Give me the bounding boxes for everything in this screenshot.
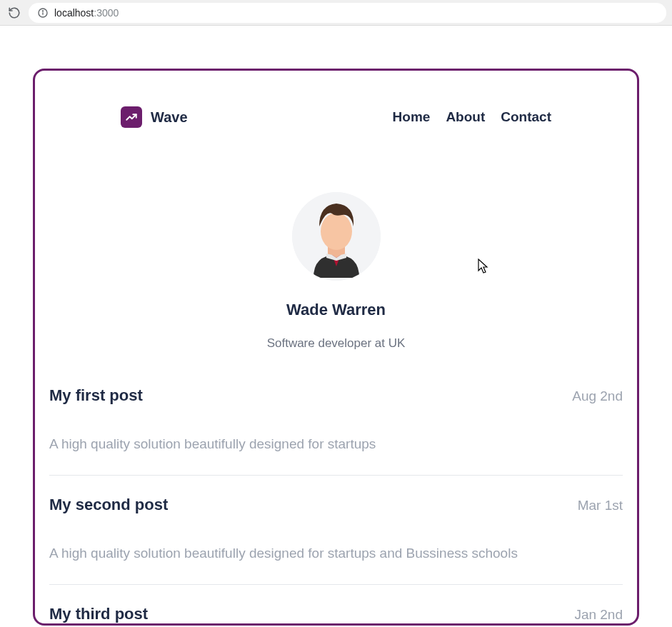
main-card: Wave Home About Contact Wade: [33, 69, 639, 626]
post-title[interactable]: My first post: [49, 386, 143, 405]
nav-home[interactable]: Home: [393, 109, 431, 125]
site-header: Wave Home About Contact: [49, 106, 623, 128]
brand-name: Wave: [151, 109, 188, 126]
nav-contact[interactable]: Contact: [501, 109, 551, 125]
site-info-icon[interactable]: [37, 7, 49, 19]
address-bar[interactable]: localhost:3000: [29, 3, 666, 23]
nav-about[interactable]: About: [446, 109, 485, 125]
svg-point-2: [42, 10, 43, 11]
trending-up-icon: [125, 111, 138, 124]
post-excerpt: A high quality solution beautifully desi…: [49, 546, 623, 561]
profile-name: Wade Warren: [286, 301, 386, 319]
svg-point-4: [321, 213, 352, 250]
brand-logo: [121, 106, 142, 128]
posts-list: My first post Aug 2nd A high quality sol…: [49, 386, 623, 626]
brand[interactable]: Wave: [121, 106, 188, 128]
post-item: My second post Mar 1st A high quality so…: [49, 496, 623, 585]
browser-toolbar: localhost:3000: [0, 0, 672, 26]
reload-button[interactable]: [6, 4, 23, 21]
post-title[interactable]: My third post: [49, 605, 148, 623]
profile-section: Wade Warren Software developer at UK: [49, 192, 623, 351]
post-date: Mar 1st: [578, 498, 623, 513]
avatar: [292, 192, 381, 281]
url-text: localhost:3000: [54, 7, 119, 19]
post-title[interactable]: My second post: [49, 496, 168, 514]
post-excerpt: A high quality solution beautifully desi…: [49, 436, 623, 452]
post-item: My third post Jan 2nd: [49, 605, 623, 626]
profile-bio: Software developer at UK: [267, 336, 406, 351]
post-date: Jan 2nd: [574, 607, 623, 623]
main-nav: Home About Contact: [393, 109, 551, 125]
reload-icon: [8, 6, 21, 19]
post-item: My first post Aug 2nd A high quality sol…: [49, 386, 623, 476]
post-date: Aug 2nd: [572, 388, 623, 404]
